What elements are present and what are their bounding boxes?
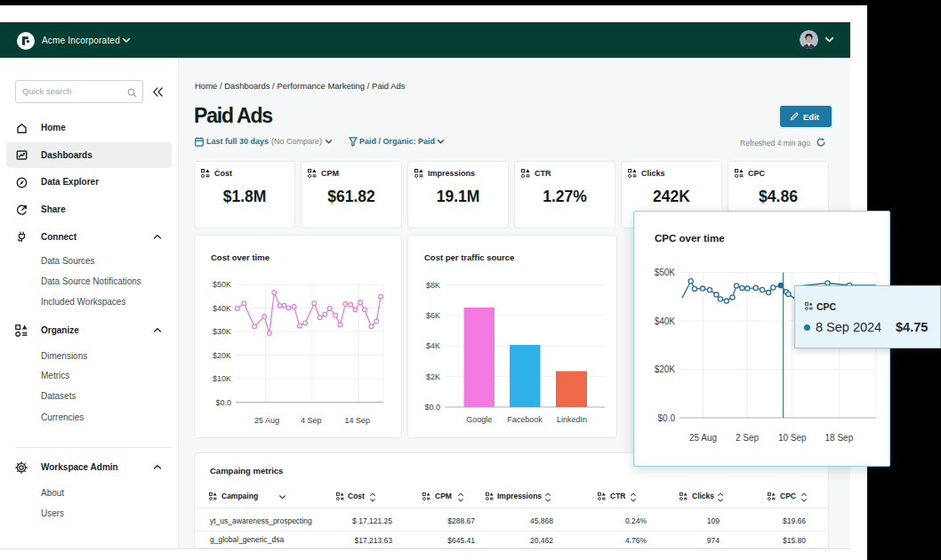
svg-text:$0.0: $0.0 [658,413,676,423]
svg-text:$50K: $50K [213,280,231,289]
svg-text:$40K: $40K [213,304,231,313]
svg-text:$10K: $10K [213,374,231,383]
svg-text:4 Sep: 4 Sep [301,416,322,425]
svg-text:$8K: $8K [426,281,440,290]
svg-text:Facebook: Facebook [507,415,543,424]
svg-text:$20K: $20K [213,351,231,360]
svg-text:$4K: $4K [426,341,440,350]
svg-text:Google: Google [466,415,492,424]
svg-text:$40K: $40K [655,316,676,326]
svg-text:25 Aug: 25 Aug [254,416,279,425]
svg-text:$50K: $50K [655,268,676,277]
svg-text:2 Sep: 2 Sep [736,433,760,443]
svg-text:$2K: $2K [426,372,440,381]
svg-text:$6K: $6K [426,311,440,320]
svg-text:18 Sep: 18 Sep [825,433,854,443]
svg-text:$20K: $20K [655,364,676,374]
svg-text:14 Sep: 14 Sep [344,416,370,425]
svg-text:$0.0: $0.0 [215,398,231,407]
svg-text:LinkedIn: LinkedIn [557,415,587,424]
svg-text:$0.0: $0.0 [424,403,440,412]
svg-text:10 Sep: 10 Sep [778,433,807,443]
svg-text:25 Aug: 25 Aug [689,433,717,443]
svg-text:$30K: $30K [213,327,231,336]
